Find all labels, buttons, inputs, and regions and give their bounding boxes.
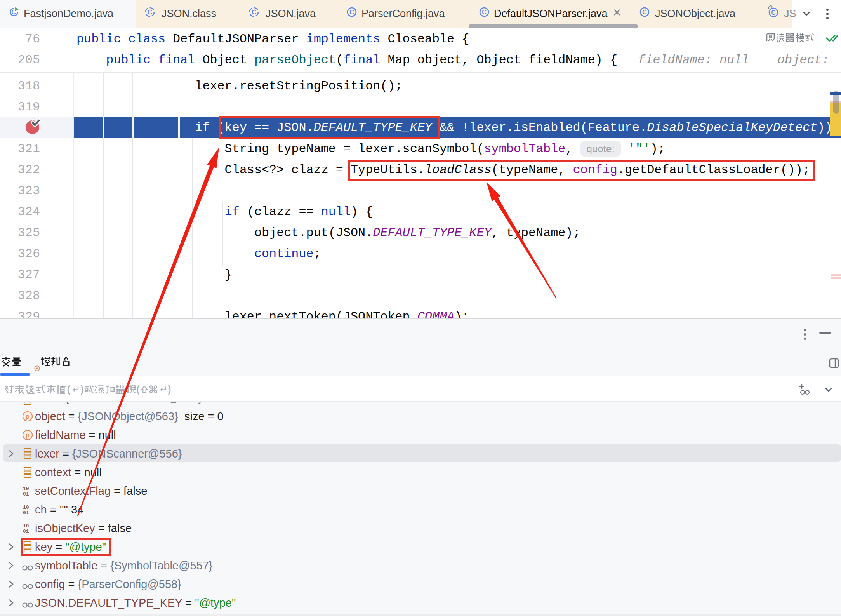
- svg-text:10: 10: [23, 505, 29, 510]
- svg-text:C: C: [642, 9, 647, 16]
- svg-text:10: 10: [23, 486, 29, 492]
- svg-text:p: p: [26, 432, 29, 439]
- svg-text:01: 01: [23, 510, 29, 515]
- svg-text:C: C: [349, 9, 354, 16]
- svg-text:01: 01: [23, 529, 29, 534]
- svg-text:10: 10: [23, 523, 29, 529]
- svg-text:C: C: [482, 9, 487, 16]
- svg-text:01: 01: [23, 491, 29, 497]
- svg-text:p: p: [26, 413, 29, 420]
- svg-text:C: C: [148, 9, 152, 16]
- svg-text:C: C: [252, 9, 256, 16]
- svg-text:C: C: [771, 9, 776, 16]
